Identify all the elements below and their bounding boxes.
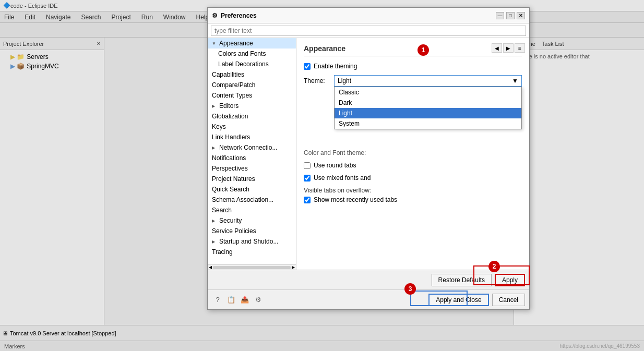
enable-theming-label: Enable theming — [314, 63, 357, 70]
theme-option-dark[interactable]: Dark — [335, 98, 521, 108]
theme-label: Theme: — [304, 77, 330, 84]
nav-label-schema-associations: Schema Association... — [212, 196, 273, 203]
nav-label-keys: Keys — [212, 123, 226, 130]
footer-left: ? 📋 📤 ⚙ — [212, 294, 264, 306]
export-icon-button[interactable]: 📤 — [239, 294, 251, 306]
theme-dropdown-wrapper: Light ▼ Classic Dark Light System — [334, 75, 522, 87]
nav-item-search[interactable]: Search — [208, 205, 296, 215]
use-mixed-fonts-checkbox[interactable] — [304, 175, 311, 181]
nav-label-link-handlers: Link Handlers — [212, 134, 250, 141]
use-round-tabs-text: Use round tabs — [314, 162, 356, 169]
expand-icon-editors: ▶ — [212, 104, 217, 108]
nav-label-service-policies: Service Policies — [212, 227, 256, 235]
theme-option-light[interactable]: Light — [335, 108, 521, 118]
nav-item-schema-associations[interactable]: Schema Association... — [208, 195, 296, 205]
maximize-button[interactable]: □ — [506, 12, 515, 19]
nav-item-globalization[interactable]: Globalization — [208, 111, 296, 122]
filter-input[interactable] — [211, 26, 526, 36]
nav-label-security: Security — [219, 217, 242, 224]
nav-item-content-types[interactable]: Content Types — [208, 90, 296, 101]
import-icon-button[interactable]: 📋 — [225, 294, 237, 306]
nav-scroll-left[interactable]: ◀ — [209, 265, 212, 270]
nav-hscroll-thumb[interactable] — [213, 266, 291, 269]
nav-item-tracing[interactable]: Tracing — [208, 247, 296, 257]
nav-item-project-natures[interactable]: Project Natures — [208, 174, 296, 184]
nav-label-network-connections: Network Connectio... — [219, 144, 277, 151]
theme-dropdown-trigger[interactable]: Light ▼ — [334, 75, 522, 87]
use-round-tabs-row: Use round tabs — [304, 162, 522, 169]
dialog-title: Preferences — [221, 12, 257, 19]
nav-label-search: Search — [212, 207, 232, 214]
nav-item-startup-shutdown[interactable]: ▶ Startup and Shutdo... — [208, 236, 296, 247]
theme-option-classic[interactable]: Classic — [335, 87, 521, 98]
nav-item-perspectives[interactable]: Perspectives — [208, 163, 296, 174]
nav-item-appearance[interactable]: ▼ Appearance — [208, 38, 296, 49]
theme-selected-value: Light — [338, 77, 351, 84]
nav-label-appearance: Appearance — [219, 40, 253, 47]
enable-theming-checkbox-label[interactable]: Enable theming — [304, 63, 357, 70]
nav-item-security[interactable]: ▶ Security — [208, 215, 296, 226]
use-mixed-fonts-label[interactable]: Use mixed fonts and — [304, 174, 371, 181]
nav-label-startup-shutdown: Startup and Shutdo... — [219, 238, 278, 245]
nav-item-service-policies[interactable]: Service Policies — [208, 226, 296, 236]
restore-defaults-button[interactable]: Restore Defaults — [432, 274, 492, 286]
cancel-button[interactable]: Cancel — [492, 294, 525, 306]
dialog-footer: ? 📋 📤 ⚙ Apply and Close Cancel — [208, 289, 529, 309]
content-menu-button[interactable]: ≡ — [515, 43, 525, 53]
settings-icon-button[interactable]: ⚙ — [253, 294, 264, 306]
nav-item-capabilities[interactable]: Capabilities — [208, 69, 296, 80]
show-recent-tabs-checkbox[interactable] — [304, 197, 311, 203]
dialog-body: ▼ Appearance Colors and Fonts Label Deco… — [208, 38, 529, 270]
minimize-button[interactable]: — — [496, 12, 504, 19]
content-nav-arrows: ◀ ▶ ≡ — [492, 43, 525, 53]
nav-scroll-right[interactable]: ▶ — [292, 265, 295, 270]
nav-item-keys[interactable]: Keys — [208, 122, 296, 132]
nav-item-editors[interactable]: ▶ Editors — [208, 101, 296, 111]
theme-row: Theme: Light ▼ Classic Dark Light System — [304, 75, 522, 87]
nav-item-quick-search[interactable]: Quick Search — [208, 184, 296, 195]
close-button[interactable]: ✕ — [517, 12, 525, 19]
enable-theming-checkbox[interactable] — [304, 63, 311, 70]
show-recent-tabs-row: Show most recently used tabs — [304, 196, 522, 203]
dialog-nav: ▼ Appearance Colors and Fonts Label Deco… — [208, 38, 296, 270]
nav-label-project-natures: Project Natures — [212, 175, 255, 183]
nav-item-network-connections[interactable]: ▶ Network Connectio... — [208, 142, 296, 153]
show-recent-tabs-label[interactable]: Show most recently used tabs — [304, 196, 397, 203]
apply-and-close-button[interactable]: Apply and Close — [428, 294, 488, 306]
nav-label-globalization: Globalization — [212, 113, 248, 120]
nav-item-link-handlers[interactable]: Link Handlers — [208, 132, 296, 142]
nav-label-perspectives: Perspectives — [212, 165, 248, 172]
use-round-tabs-label[interactable]: Use round tabs — [304, 162, 356, 169]
nav-item-compare-patch[interactable]: Compare/Patch — [208, 80, 296, 90]
help-icon-button[interactable]: ? — [212, 294, 223, 306]
nav-label-content-types: Content Types — [212, 92, 252, 99]
dropdown-arrow-icon: ▼ — [512, 77, 518, 84]
color-font-section: Color and Font theme: Use round tabs — [304, 149, 522, 203]
nav-label-compare-patch: Compare/Patch — [212, 81, 255, 89]
expand-icon-startup: ▶ — [212, 239, 217, 244]
annotation-2: 2 — [488, 261, 500, 272]
annotation-3: 3 — [404, 283, 416, 295]
nav-item-label-decorations[interactable]: Label Decorations — [208, 59, 296, 69]
nav-hscrollbar: ◀ ▶ — [208, 264, 296, 270]
annotation-1: 1 — [418, 44, 429, 56]
nav-label-label-decorations: Label Decorations — [218, 60, 269, 68]
dialog-buttons-row: Restore Defaults Apply — [208, 270, 529, 289]
nav-label-editors: Editors — [219, 102, 238, 110]
theme-dropdown-list: Classic Dark Light System — [334, 87, 522, 129]
color-font-row: Color and Font theme: — [304, 149, 522, 156]
nav-item-notifications[interactable]: Notifications — [208, 153, 296, 163]
expand-icon-security: ▶ — [212, 219, 217, 223]
dialog-title-left: ⚙ Preferences — [212, 12, 257, 19]
nav-forward-arrow[interactable]: ▶ — [503, 43, 514, 53]
preferences-dialog: ⚙ Preferences — □ ✕ ▼ Appearance Co — [207, 7, 530, 310]
use-mixed-fonts-text: Use mixed fonts and — [314, 174, 371, 181]
nav-label-capabilities: Capabilities — [212, 71, 244, 78]
expand-icon-appearance: ▼ — [212, 41, 217, 46]
use-round-tabs-checkbox[interactable] — [304, 162, 311, 169]
nav-back-arrow[interactable]: ◀ — [492, 43, 502, 53]
theme-option-system[interactable]: System — [335, 118, 521, 129]
nav-item-colors-fonts[interactable]: Colors and Fonts — [208, 49, 296, 59]
nav-label-quick-search: Quick Search — [212, 186, 249, 193]
apply-button[interactable]: Apply — [495, 274, 525, 286]
